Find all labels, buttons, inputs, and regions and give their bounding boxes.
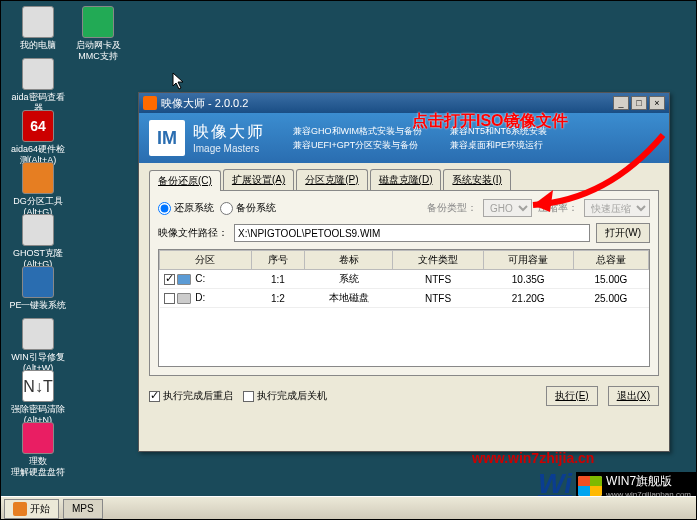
start-button[interactable]: 开始 xyxy=(4,499,59,519)
open-button[interactable]: 打开(W) xyxy=(596,223,650,243)
desktop-icon-glyph xyxy=(22,266,54,298)
desktop-icon-glyph xyxy=(22,162,54,194)
cell: NTFS xyxy=(393,270,483,289)
desktop-icon-glyph xyxy=(22,422,54,454)
taskbar-item[interactable]: MPS xyxy=(63,499,103,519)
compress-label: 压缩率： xyxy=(538,201,578,215)
desktop-icon-label: 理数 理解硬盘盘符 xyxy=(8,456,68,478)
cell: 本地磁盘 xyxy=(305,289,393,308)
path-input[interactable] xyxy=(234,224,590,242)
column-header[interactable]: 文件类型 xyxy=(393,251,483,270)
tab[interactable]: 扩展设置(A) xyxy=(223,169,294,190)
cell: NTFS xyxy=(393,289,483,308)
window-title: 映像大师 - 2.0.0.2 xyxy=(161,96,613,111)
tab[interactable]: 磁盘克隆(D) xyxy=(370,169,442,190)
desktop-icon[interactable]: 启动网卡及 MMC支持 xyxy=(68,6,128,62)
column-header[interactable]: 序号 xyxy=(251,251,304,270)
drive-icon xyxy=(177,274,191,285)
tab[interactable]: 分区克隆(P) xyxy=(296,169,367,190)
mouse-cursor xyxy=(172,72,186,90)
exit-button[interactable]: 退出(X) xyxy=(608,386,659,406)
cell: 1:2 xyxy=(251,289,304,308)
watermark-url: www.win7zhijia.cn xyxy=(472,450,594,466)
table-row[interactable]: D:1:2本地磁盘NTFS21.20G25.00G xyxy=(160,289,649,308)
radio-restore[interactable]: 还原系统 xyxy=(158,201,214,215)
column-header[interactable]: 分区 xyxy=(160,251,252,270)
start-icon xyxy=(13,502,27,516)
desktop-icon[interactable]: GHOST克隆 (Alt+G) xyxy=(8,214,68,270)
taskbar[interactable]: 开始 MPS xyxy=(0,496,697,520)
badge-title: WIN7旗舰版 xyxy=(606,473,691,490)
desktop-icon-label: 启动网卡及 MMC支持 xyxy=(68,40,128,62)
cell: 10.35G xyxy=(483,270,573,289)
compress-select: 快速压缩 xyxy=(584,199,650,217)
cell: 1:1 xyxy=(251,270,304,289)
titlebar[interactable]: 映像大师 - 2.0.0.2 _ □ × xyxy=(139,93,669,113)
drive-icon xyxy=(177,293,191,304)
desktop-icon[interactable]: WIN引导修复 (Alt+W) xyxy=(8,318,68,374)
desktop-icon[interactable]: DG分区工具 (Alt+G) xyxy=(8,162,68,218)
backup-type-label: 备份类型： xyxy=(427,201,477,215)
tab-strip: 备份还原(C)扩展设置(A)分区克隆(P)磁盘克隆(D)系统安装(I) xyxy=(139,163,669,190)
brand-en: Image Masters xyxy=(193,143,265,154)
banner-desc-2: 兼容UEFI+GPT分区安装与备份 xyxy=(293,138,422,152)
cell: 25.00G xyxy=(573,289,648,308)
reboot-checkbox[interactable]: 执行完成后重启 xyxy=(149,389,233,403)
path-label: 映像文件路径： xyxy=(158,226,228,240)
desktop-icon-glyph: N↓T xyxy=(22,370,54,402)
annotation-text: 点击打开ISO镜像文件 xyxy=(412,111,568,132)
column-header[interactable]: 卷标 xyxy=(305,251,393,270)
desktop-icon-glyph xyxy=(22,214,54,246)
desktop-icon-label: PE一键装系统 xyxy=(8,300,68,311)
desktop-icon-glyph xyxy=(22,58,54,90)
backup-type-select: GHO xyxy=(483,199,532,217)
tab[interactable]: 系统安装(I) xyxy=(443,169,510,190)
table-row[interactable]: C:1:1系统NTFS10.35G15.00G xyxy=(160,270,649,289)
desktop-icon[interactable]: 64aida64硬件检 测(Alt+A) xyxy=(8,110,68,166)
desktop-icon-glyph xyxy=(22,6,54,38)
desktop-icon-label: 我的电脑 xyxy=(8,40,68,51)
windows-flag-icon xyxy=(578,476,602,496)
maximize-button[interactable]: □ xyxy=(631,96,647,110)
cell: 21.20G xyxy=(483,289,573,308)
desktop-icon-glyph xyxy=(82,6,114,38)
app-icon xyxy=(143,96,157,110)
desktop-icon[interactable]: aida密码查看 器 xyxy=(8,58,68,114)
row-checkbox[interactable] xyxy=(164,274,175,285)
desktop-icon[interactable]: 我的电脑 xyxy=(8,6,68,51)
radio-backup[interactable]: 备份系统 xyxy=(220,201,276,215)
desktop-icon[interactable]: PE一键装系统 xyxy=(8,266,68,311)
desktop-icon[interactable]: N↓T强除密码清除 (Alt+N) xyxy=(8,370,68,426)
execute-button[interactable]: 执行(E) xyxy=(546,386,597,406)
cell: 系统 xyxy=(305,270,393,289)
tab[interactable]: 备份还原(C) xyxy=(149,170,221,191)
logo: IM xyxy=(149,120,185,156)
column-header[interactable]: 可用容量 xyxy=(483,251,573,270)
shutdown-checkbox[interactable]: 执行完成后关机 xyxy=(243,389,327,403)
banner-desc-1: 兼容GHO和WIM格式安装与备份 xyxy=(293,124,422,138)
app-window: 映像大师 - 2.0.0.2 _ □ × IM 映像大师 Image Maste… xyxy=(138,92,670,452)
minimize-button[interactable]: _ xyxy=(613,96,629,110)
desktop-icon[interactable]: 理数 理解硬盘盘符 xyxy=(8,422,68,478)
footer: 执行完成后重启 执行完成后关机 执行(E) 退出(X) xyxy=(139,382,669,414)
cell: 15.00G xyxy=(573,270,648,289)
desktop-icon-glyph: 64 xyxy=(22,110,54,142)
close-button[interactable]: × xyxy=(649,96,665,110)
partition-table: 分区序号卷标文件类型可用容量总容量 C:1:1系统NTFS10.35G15.00… xyxy=(158,249,650,367)
row-checkbox[interactable] xyxy=(164,293,175,304)
banner-desc-4: 兼容桌面和PE环境运行 xyxy=(450,138,547,152)
main-panel: 还原系统 备份系统 备份类型： GHO 压缩率： 快速压缩 映像文件路径： 打开… xyxy=(149,190,659,376)
brand-cn: 映像大师 xyxy=(193,122,265,143)
desktop-icon-glyph xyxy=(22,318,54,350)
banner: IM 映像大师 Image Masters 兼容GHO和WIM格式安装与备份 兼… xyxy=(139,113,669,163)
column-header[interactable]: 总容量 xyxy=(573,251,648,270)
